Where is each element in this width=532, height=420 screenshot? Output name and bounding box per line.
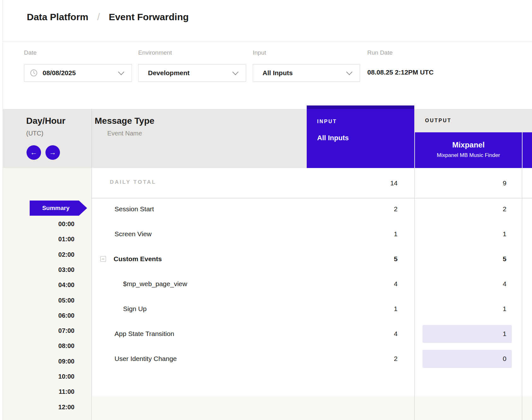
output-column-header-truncated	[523, 132, 532, 168]
input-count-cell: 4	[316, 329, 398, 338]
event-name-subtitle: Event Name	[107, 130, 142, 137]
output-count-cell: 5	[424, 255, 506, 263]
summary-tab-pointer	[79, 201, 87, 216]
hour-slot[interactable]: 05:00	[19, 296, 74, 305]
breadcrumb-separator: /	[97, 11, 100, 23]
hour-slot[interactable]: 12:00	[19, 403, 74, 411]
chevron-down-icon	[346, 69, 352, 75]
output-column-name: Mixpanel	[415, 141, 522, 149]
hour-slot[interactable]: 01:00	[19, 235, 74, 243]
hour-slot[interactable]: 06:00	[19, 311, 74, 320]
input-count-cell: 2	[316, 354, 398, 363]
daily-total-input-value: 14	[316, 179, 398, 188]
row-label[interactable]: Custom Events	[114, 255, 162, 263]
breadcrumb: Data Platform / Event Forwarding	[27, 11, 189, 23]
output-eyebrow: OUTPUT	[425, 118, 452, 123]
output-count-cell: 2	[424, 205, 506, 213]
environment-dropdown[interactable]: Development	[138, 64, 246, 82]
header-divider	[3, 41, 532, 41]
hour-slot[interactable]: 07:00	[19, 326, 74, 335]
output-count-cell: 4	[424, 279, 506, 288]
date-dropdown[interactable]: 08/08/2025	[24, 64, 132, 82]
output-count-cell: 1	[424, 329, 506, 338]
output-column-header-mixpanel[interactable]: Mixpanel Mixpanel MB Music Finder	[415, 132, 522, 168]
row-label[interactable]: Session Start	[115, 205, 154, 213]
input-column-name: All Inputs	[317, 134, 414, 142]
daily-total-output-value: 9	[424, 179, 506, 188]
hour-slot[interactable]: 13:00	[19, 418, 74, 420]
environment-filter-label: Environment	[138, 49, 172, 56]
hour-slot[interactable]: 08:00	[19, 341, 74, 350]
column-divider	[92, 109, 92, 420]
column-divider	[414, 168, 415, 420]
run-date-value: 08.08.25 2:12PM UTC	[367, 69, 434, 76]
prev-day-button[interactable]: ←	[27, 145, 41, 160]
day-hour-title: Day/Hour	[26, 116, 65, 126]
environment-value: Development	[148, 69, 190, 77]
input-count-cell: 1	[316, 304, 398, 313]
hour-slot[interactable]: 11:00	[19, 387, 74, 396]
hour-slot[interactable]: 09:00	[19, 357, 74, 366]
input-dropdown[interactable]: All Inputs	[253, 64, 360, 82]
run-date-label: Run Date	[367, 49, 393, 56]
row-label[interactable]: User Identity Change	[115, 354, 177, 363]
daily-total-divider	[92, 198, 532, 198]
next-day-button[interactable]: →	[45, 145, 60, 160]
arrow-left-icon: ←	[30, 148, 37, 157]
hour-slot[interactable]: 10:00	[19, 372, 74, 381]
input-count-cell: 2	[316, 205, 398, 213]
output-column-subtitle: Mixpanel MB Music Finder	[415, 152, 522, 159]
arrow-right-icon: →	[49, 148, 56, 157]
daily-total-label: DAILY TOTAL	[110, 179, 156, 185]
input-count-cell: 1	[316, 230, 398, 238]
row-label[interactable]: App State Transition	[115, 329, 174, 338]
hour-slot[interactable]: 04:00	[19, 280, 74, 289]
row-label[interactable]: Sign Up	[123, 304, 147, 313]
row-label[interactable]: Screen View	[115, 230, 152, 238]
collapse-toggle-icon[interactable]: −	[100, 256, 106, 262]
input-filter-label: Input	[253, 49, 266, 56]
event-forwarding-page: Data Platform / Event Forwarding Date 08…	[0, 0, 532, 420]
hour-slot[interactable]: 02:00	[19, 250, 74, 259]
breadcrumb-parent[interactable]: Data Platform	[27, 12, 88, 22]
input-column-header[interactable]: INPUT All Inputs	[307, 105, 414, 168]
row-label[interactable]: $mp_web_page_view	[123, 279, 187, 288]
summary-tab-label: Summary	[42, 205, 70, 212]
input-eyebrow: INPUT	[317, 119, 414, 124]
date-value: 08/08/2025	[43, 69, 76, 77]
clock-icon	[30, 69, 38, 77]
date-filter-label: Date	[24, 49, 37, 56]
output-count-cell: 1	[424, 230, 506, 238]
output-count-cell: 0	[424, 354, 506, 363]
output-count-cell: 1	[424, 304, 506, 313]
input-count-cell: 5	[316, 255, 398, 263]
chevron-down-icon	[232, 69, 239, 75]
chevron-down-icon	[118, 69, 124, 75]
page-title: Event Forwarding	[109, 12, 189, 22]
summary-tab[interactable]: Summary	[30, 201, 79, 216]
day-hour-subtitle: (UTC)	[26, 130, 43, 137]
column-divider	[522, 168, 522, 420]
hour-slot[interactable]: 00:00	[19, 219, 74, 228]
table-footer-background	[92, 395, 532, 420]
message-type-title: Message Type	[95, 116, 154, 126]
input-value: All Inputs	[263, 69, 293, 77]
hour-slot[interactable]: 03:00	[19, 265, 74, 274]
input-count-cell: 4	[316, 279, 398, 288]
